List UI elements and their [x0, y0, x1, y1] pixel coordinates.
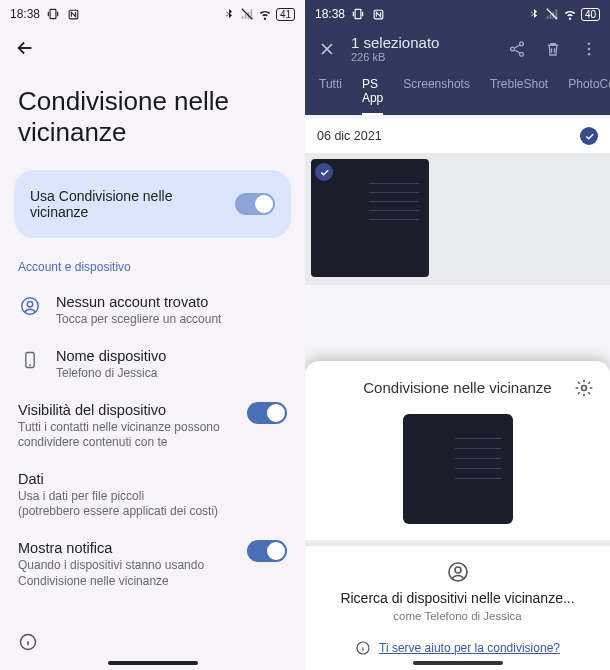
bluetooth-icon	[527, 7, 541, 21]
master-toggle-card[interactable]: Usa Condivisione nelle vicinanze	[14, 170, 291, 238]
battery-badge: 41	[276, 8, 295, 21]
search-status-sub: come Telefono di Jessica	[325, 610, 590, 622]
page-title: Condivisione nelle vicinanze	[0, 68, 305, 170]
signal-off-icon	[545, 7, 559, 21]
sheet-title: Condivisione nelle vicinanze	[363, 379, 551, 396]
date-label: 06 dic 2021	[317, 129, 382, 143]
device-name-row[interactable]: Nome dispositivo Telefono di Jessica	[0, 338, 305, 392]
visibility-switch[interactable]	[247, 402, 287, 424]
sheet-preview-thumb	[403, 414, 513, 524]
person-circle-icon	[18, 294, 42, 318]
search-status-title: Ricerca di dispositivi nelle vicinanze..…	[325, 590, 590, 606]
svg-point-13	[588, 52, 591, 55]
tab-photocon[interactable]: PhotoCon	[568, 77, 610, 115]
account-title: Nessun account trovato	[56, 294, 287, 310]
svg-point-16	[455, 567, 461, 573]
close-selection-button[interactable]	[317, 39, 337, 59]
nearby-share-sheet: Condivisione nelle vicinanze Ricerca di …	[305, 361, 610, 670]
master-toggle-label: Usa Condivisione nelle vicinanze	[30, 188, 200, 220]
nav-handle[interactable]	[413, 661, 503, 665]
master-toggle-switch[interactable]	[235, 193, 275, 215]
bluetooth-icon	[222, 7, 236, 21]
share-screen: 18:38 40	[305, 0, 610, 670]
svg-point-8	[520, 41, 524, 45]
battery-badge: 40	[581, 8, 600, 21]
nfc-icon	[371, 7, 385, 21]
sheet-search-area: Ricerca di dispositivi nelle vicinanze..…	[305, 546, 610, 630]
info-button[interactable]	[18, 632, 38, 652]
device-title: Nome dispositivo	[56, 348, 287, 364]
settings-screen: 18:38 41 Condivisione nelle vicina	[0, 0, 305, 670]
selection-appbar: 1 selezionato 226 kB	[305, 28, 610, 71]
image-thumbnail-selected[interactable]	[311, 159, 429, 277]
tab-screenshots[interactable]: Screenshots	[403, 77, 470, 115]
nav-handle[interactable]	[108, 661, 198, 665]
clock: 18:38	[10, 7, 40, 21]
notify-row[interactable]: Mostra notifica Quando i dispositivi sta…	[0, 530, 305, 599]
notify-switch[interactable]	[247, 540, 287, 562]
info-icon	[355, 640, 371, 656]
svg-point-14	[582, 385, 587, 390]
data-row[interactable]: Dati Usa i dati per file piccoli (potreb…	[0, 461, 305, 530]
tab-trebleshot[interactable]: TrebleShot	[490, 77, 548, 115]
status-bar: 18:38 40	[305, 0, 610, 28]
date-select-all-check[interactable]	[580, 127, 598, 145]
svg-point-11	[588, 42, 591, 45]
svg-rect-6	[355, 9, 361, 18]
vibrate-icon	[351, 7, 365, 21]
svg-point-3	[27, 302, 33, 308]
person-search-icon	[325, 560, 590, 584]
svg-point-10	[520, 52, 524, 56]
notify-sub: Quando i dispositivi stanno usando Condi…	[18, 558, 233, 589]
share-icon[interactable]	[508, 40, 526, 58]
clock: 18:38	[315, 7, 345, 21]
visibility-sub: Tutti i contatti nelle vicinanze possono…	[18, 420, 233, 451]
date-header-row[interactable]: 06 dic 2021	[305, 119, 610, 153]
selection-size: 226 kB	[351, 51, 494, 63]
gallery-top-region: 18:38 40	[305, 0, 610, 115]
visibility-row[interactable]: Visibilità del dispositivo Tutti i conta…	[0, 392, 305, 461]
selection-count: 1 selezionato	[351, 34, 494, 51]
device-sub: Telefono di Jessica	[56, 366, 287, 382]
top-bar	[0, 28, 305, 68]
account-row[interactable]: Nessun account trovato Tocca per sceglie…	[0, 284, 305, 338]
visibility-title: Visibilità del dispositivo	[18, 402, 233, 418]
data-sub: Usa i dati per file piccoli (potrebbero …	[18, 489, 287, 520]
svg-rect-0	[50, 9, 56, 18]
tab-tutti[interactable]: Tutti	[319, 77, 342, 115]
notify-title: Mostra notifica	[18, 540, 233, 556]
section-account-device: Account e dispositivo	[0, 260, 305, 284]
help-link[interactable]: Ti serve aiuto per la condivisione?	[379, 641, 560, 655]
svg-point-12	[588, 47, 591, 50]
tab-psapp[interactable]: PS App	[362, 77, 383, 115]
nfc-icon	[66, 7, 80, 21]
sheet-footer: Ti serve aiuto per la condivisione?	[305, 630, 610, 660]
thumb-check-icon	[315, 163, 333, 181]
signal-off-icon	[240, 7, 254, 21]
account-sub: Tocca per scegliere un account	[56, 312, 287, 328]
phone-icon	[18, 348, 42, 372]
wifi-icon	[563, 7, 577, 21]
overflow-icon[interactable]	[580, 40, 598, 58]
delete-icon[interactable]	[544, 40, 562, 58]
wifi-icon	[258, 7, 272, 21]
vibrate-icon	[46, 7, 60, 21]
sheet-settings-button[interactable]	[574, 378, 594, 398]
folder-tabs: Tutti PS App Screenshots TrebleShot Phot…	[305, 71, 610, 115]
gallery-area: 06 dic 2021	[305, 119, 610, 285]
status-bar: 18:38 41	[0, 0, 305, 28]
back-button[interactable]	[14, 37, 36, 59]
data-title: Dati	[18, 471, 287, 487]
